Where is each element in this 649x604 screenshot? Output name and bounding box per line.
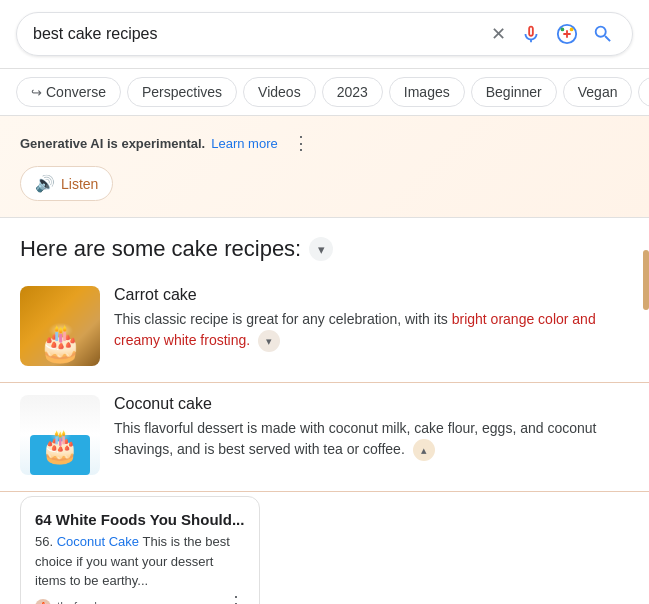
carrot-cake-title: Carrot cake bbox=[114, 286, 629, 304]
tab-videos[interactable]: Videos bbox=[243, 77, 316, 107]
lens-search-button[interactable] bbox=[554, 21, 580, 47]
coconut-cake-desc: This flavorful dessert is made with coco… bbox=[114, 418, 629, 461]
mic-icon bbox=[520, 23, 542, 45]
tab-vegan-label: Vegan bbox=[578, 84, 618, 100]
recipes-heading: Here are some cake recipes: ▾ bbox=[0, 218, 649, 274]
heading-expand-button[interactable]: ▾ bbox=[309, 237, 333, 261]
carrot-cake-image bbox=[20, 286, 100, 366]
tab-2023-label: 2023 bbox=[337, 84, 368, 100]
learn-more-link[interactable]: Learn more bbox=[211, 136, 277, 151]
coconut-cake-image bbox=[20, 395, 100, 475]
tab-vegan[interactable]: Vegan bbox=[563, 77, 633, 107]
clear-button[interactable]: ✕ bbox=[489, 21, 508, 47]
tab-perspectives[interactable]: Perspectives bbox=[127, 77, 237, 107]
coconut-cake-desc-text: This flavorful dessert is made with coco… bbox=[114, 420, 596, 457]
close-icon: ✕ bbox=[491, 23, 506, 45]
card-title: 64 White Foods You Should... bbox=[35, 511, 245, 528]
card-coconut-link[interactable]: Coconut Cake bbox=[57, 534, 139, 549]
chevron-down-icon: ▾ bbox=[309, 237, 333, 261]
listen-button[interactable]: 🔊 Listen bbox=[20, 166, 113, 201]
voice-search-button[interactable] bbox=[518, 21, 544, 47]
search-button[interactable] bbox=[590, 21, 616, 47]
svg-point-1 bbox=[561, 28, 565, 32]
tab-converse[interactable]: ↪ Converse bbox=[16, 77, 121, 107]
filter-tabs: ↪ Converse Perspectives Videos 2023 Imag… bbox=[0, 69, 649, 116]
card-item-number: 56. bbox=[35, 534, 53, 549]
tab-converse-label: Converse bbox=[46, 84, 106, 100]
svg-point-2 bbox=[570, 28, 574, 32]
carrot-desc-toggle-button[interactable]: ▾ bbox=[258, 330, 280, 352]
tab-beginner-label: Beginner bbox=[486, 84, 542, 100]
card-more-button[interactable]: ⋮ bbox=[227, 592, 245, 605]
tab-videos-label: Videos bbox=[258, 84, 301, 100]
search-bar-container: ✕ bbox=[0, 0, 649, 69]
ai-notice-text: Generative AI is experimental. bbox=[20, 136, 205, 151]
search-icons: ✕ bbox=[489, 21, 616, 47]
ai-more-button[interactable]: ⋮ bbox=[292, 132, 310, 154]
tab-perspectives-label: Perspectives bbox=[142, 84, 222, 100]
recipe-item-carrot: Carrot cake This classic recipe is great… bbox=[0, 274, 649, 383]
search-bar: ✕ bbox=[16, 12, 633, 56]
ai-section: Generative AI is experimental. Learn mor… bbox=[0, 116, 649, 218]
scrollbar[interactable] bbox=[643, 250, 649, 310]
ai-notice: Generative AI is experimental. Learn mor… bbox=[20, 132, 629, 154]
tab-images[interactable]: Images bbox=[389, 77, 465, 107]
listen-label: Listen bbox=[61, 176, 98, 192]
card-source-row: 🍰 thefoodxp.com ⋮ bbox=[35, 591, 245, 605]
carrot-cake-content: Carrot cake This classic recipe is great… bbox=[114, 286, 629, 352]
coconut-cake-title: Coconut cake bbox=[114, 395, 629, 413]
tab-beginner[interactable]: Beginner bbox=[471, 77, 557, 107]
card-source: 🍰 thefoodxp.com bbox=[35, 599, 136, 605]
carrot-cake-desc: This classic recipe is great for any cel… bbox=[114, 309, 629, 352]
recipe-item-coconut: Coconut cake This flavorful dessert is m… bbox=[0, 383, 649, 492]
card-desc: 56. Coconut Cake This is the best choice… bbox=[35, 532, 245, 591]
tab-images-label: Images bbox=[404, 84, 450, 100]
tab-2023[interactable]: 2023 bbox=[322, 77, 383, 107]
card-source-name: thefoodxp.com bbox=[57, 600, 136, 605]
search-icon bbox=[592, 23, 614, 45]
coconut-cake-content: Coconut cake This flavorful dessert is m… bbox=[114, 395, 629, 461]
search-input[interactable] bbox=[33, 25, 489, 43]
carrot-cake-desc-text: This classic recipe is great for any cel… bbox=[114, 311, 596, 348]
coconut-desc-toggle-button[interactable]: ▴ bbox=[413, 439, 435, 461]
card-result: 64 White Foods You Should... 56. Coconut… bbox=[20, 496, 260, 604]
converse-arrow-icon: ↪ bbox=[31, 85, 42, 100]
heading-text: Here are some cake recipes: bbox=[20, 236, 301, 262]
speaker-icon: 🔊 bbox=[35, 174, 55, 193]
tab-chocola[interactable]: Chocola... bbox=[638, 77, 649, 107]
highlight-text: bright orange color and creamy white fro… bbox=[114, 311, 596, 348]
lens-icon bbox=[556, 23, 578, 45]
card-favicon: 🍰 bbox=[35, 599, 51, 605]
